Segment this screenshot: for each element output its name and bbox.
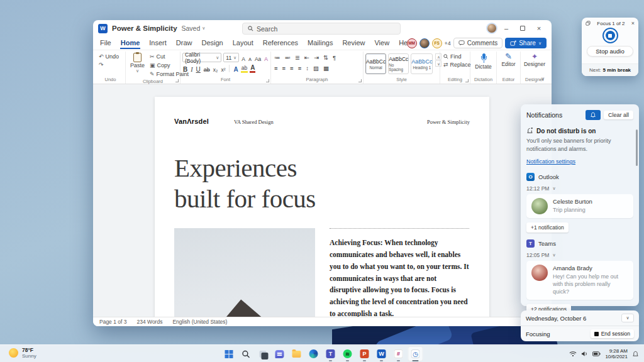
share-button[interactable]: Share ∨ <box>505 38 547 48</box>
designer-button[interactable]: ✦ Designer <box>523 52 547 67</box>
style-normal[interactable]: AaBbCc Normal <box>365 53 386 74</box>
outlook-notification-card[interactable]: Celeste Burton Trip planning <box>526 194 633 218</box>
slack-button[interactable]: # <box>391 346 406 361</box>
align-left-button[interactable]: ≡ <box>273 65 279 72</box>
align-center-button[interactable]: ≡ <box>281 65 287 72</box>
taskbar-clock[interactable]: 9:28 AM 10/6/2021 <box>605 348 628 360</box>
tab-mailings[interactable]: Mailings <box>307 38 333 49</box>
find-button[interactable]: Find <box>442 52 468 60</box>
subscript-button[interactable]: x₂ <box>213 64 219 73</box>
text-effects-button[interactable]: A <box>233 64 238 73</box>
font-name-select[interactable]: Calibri (Body)∨ <box>182 53 221 62</box>
do-not-disturb-toggle[interactable] <box>586 110 601 120</box>
document-page[interactable]: VanΛrsdel VA Shared Design Power & Simpl… <box>155 97 489 317</box>
dialog-launcher-icon[interactable] <box>175 79 179 82</box>
teams-notification-card[interactable]: Amanda Brady Hey! Can you help me out wi… <box>526 261 633 299</box>
style-no-spacing[interactable]: AaBbCc No Spacing <box>388 53 409 74</box>
clock-app-button[interactable]: ◷ <box>408 346 423 361</box>
font-color-button[interactable]: A <box>250 64 255 73</box>
editor-button[interactable]: ✎ Editor <box>499 52 518 67</box>
word-count[interactable]: 234 Words <box>136 319 162 325</box>
line-spacing-button[interactable]: ↕ <box>304 65 310 72</box>
paste-button[interactable]: Paste ∨ <box>128 52 147 78</box>
taskbar-search-button[interactable] <box>238 346 253 361</box>
show-paragraph-marks-button[interactable]: ¶ <box>331 54 337 61</box>
shading-button[interactable]: ▨ <box>312 65 320 72</box>
clear-formatting-button[interactable]: A <box>264 53 269 62</box>
tab-insert[interactable]: Insert <box>148 38 167 49</box>
justify-button[interactable]: ≡ <box>297 65 303 72</box>
tab-view[interactable]: View <box>374 38 390 49</box>
increase-indent-button[interactable]: ⇥ <box>313 54 320 61</box>
italic-button[interactable]: I <box>190 64 193 73</box>
style-heading-1[interactable]: AaBbCc Heading 1 <box>411 53 433 74</box>
superscript-button[interactable]: x² <box>220 64 226 73</box>
document-heading[interactable]: Experiences built for focus <box>174 153 470 214</box>
dialog-launcher-icon[interactable] <box>465 79 469 82</box>
end-session-button[interactable]: End session <box>591 329 634 338</box>
minimize-button[interactable]: – <box>499 22 514 35</box>
undo-button[interactable]: ↶Undo <box>97 52 123 60</box>
tab-layout[interactable]: Layout <box>232 38 254 49</box>
expand-icon[interactable] <box>586 21 591 26</box>
sort-button[interactable]: ⇅ <box>322 54 330 61</box>
close-icon[interactable]: × <box>631 20 635 26</box>
language-indicator[interactable]: English (United States) <box>172 319 227 325</box>
collaborators-more[interactable]: +4 <box>445 40 451 47</box>
notification-center-button[interactable] <box>632 351 639 358</box>
tab-references[interactable]: References <box>262 38 299 49</box>
stop-audio-button[interactable]: Stop audio <box>587 46 633 57</box>
spotify-button[interactable]: ≋ <box>340 346 355 361</box>
underline-button[interactable]: U <box>196 64 201 73</box>
grow-font-button[interactable]: A <box>241 53 246 62</box>
start-button[interactable] <box>221 346 236 361</box>
font-size-select[interactable]: 11∨ <box>223 53 239 62</box>
tab-home[interactable]: Home <box>120 38 141 49</box>
teams-notification-time[interactable]: 12:05 PM ∨ <box>526 252 633 258</box>
highlight-color-button[interactable]: ab <box>241 64 248 73</box>
word-app-icon[interactable]: W <box>98 24 108 33</box>
outlook-notification-time[interactable]: 12:12 PM ∨ <box>526 185 633 192</box>
redo-button[interactable]: ↷ <box>97 60 123 69</box>
close-button[interactable]: × <box>531 22 547 35</box>
replace-button[interactable]: ⇄Replace <box>442 60 468 69</box>
document-image[interactable] <box>174 228 315 317</box>
expand-calendar-button[interactable]: ∨ <box>621 314 634 322</box>
collaborator-avatar-photo[interactable] <box>419 38 430 48</box>
search-input[interactable]: Search <box>242 23 401 35</box>
document-body-text[interactable]: Achieving Focus: When technology communi… <box>330 237 469 317</box>
scrollbar[interactable] <box>636 129 638 166</box>
change-case-button[interactable]: Aa <box>254 53 262 62</box>
strikethrough-button[interactable]: ab <box>203 64 211 73</box>
tab-review[interactable]: Review <box>341 38 365 49</box>
collaborator-avatar-fs[interactable]: FS <box>432 38 442 48</box>
dialog-launcher-icon[interactable] <box>358 79 362 82</box>
dictate-button[interactable]: Dictate <box>472 52 494 70</box>
clear-all-button[interactable]: Clear all <box>604 111 633 119</box>
comments-button[interactable]: Comments <box>453 38 502 48</box>
powerpoint-button[interactable]: P <box>357 346 372 361</box>
decrease-indent-button[interactable]: ⇤ <box>303 54 311 61</box>
account-avatar[interactable] <box>486 23 497 34</box>
wifi-icon[interactable] <box>569 351 577 357</box>
collapse-ribbon-icon[interactable]: ∨ <box>541 76 545 82</box>
dialog-launcher-icon[interactable] <box>266 79 269 82</box>
bold-button[interactable]: B <box>182 64 188 73</box>
shrink-font-button[interactable]: A <box>248 53 252 62</box>
page-indicator[interactable]: Page 1 of 3 <box>99 319 126 325</box>
tab-draw[interactable]: Draw <box>175 38 193 49</box>
outlook-section-header[interactable]: O Outlook <box>526 173 633 181</box>
battery-icon[interactable] <box>592 351 601 356</box>
align-right-button[interactable]: ≡ <box>289 65 295 72</box>
collaborator-avatar-mm[interactable]: MM <box>407 38 417 48</box>
tab-file[interactable]: File <box>99 38 112 49</box>
tab-design[interactable]: Design <box>201 38 223 49</box>
volume-icon[interactable] <box>581 351 588 357</box>
word-taskbar-button[interactable]: W <box>374 346 389 361</box>
teams-section-header[interactable]: T Teams <box>526 239 633 248</box>
stop-audio-circle-button[interactable] <box>602 28 618 43</box>
teams-button[interactable]: T <box>323 346 338 361</box>
notification-settings-link[interactable]: Notification settings <box>526 158 575 165</box>
numbering-button[interactable]: ≕ <box>284 54 292 61</box>
multilevel-list-button[interactable]: ≣ <box>294 54 301 61</box>
